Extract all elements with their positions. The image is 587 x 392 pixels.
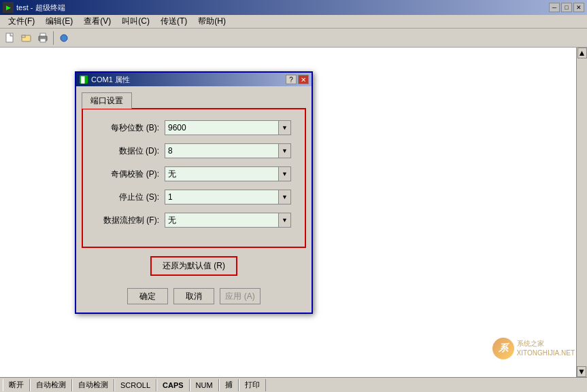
main-window: ▶ test - 超级终端 ─ □ ✕ 文件(F) 编辑(E) 查看(V) 叫叫…: [0, 0, 587, 392]
cancel-button[interactable]: 取消: [173, 288, 214, 304]
restore-default-button[interactable]: 还原为默认值 (R): [150, 256, 237, 276]
parity-value: 无: [165, 168, 278, 180]
dialog-title: COM1 属性: [91, 75, 130, 85]
data-bits-value: 8: [165, 146, 278, 156]
restore-area: 还原为默认值 (R): [82, 256, 306, 276]
flow-control-value: 无: [165, 215, 278, 226]
baud-rate-arrow[interactable]: ▼: [278, 121, 290, 135]
menu-help[interactable]: 帮助(H): [192, 14, 231, 29]
num-status: NUM: [190, 379, 219, 391]
tab-port-settings[interactable]: 端口设置: [82, 92, 132, 109]
menu-bar: 文件(F) 编辑(E) 查看(V) 叫叫(C) 传送(T) 帮助(H): [0, 15, 587, 29]
flow-control-row: 数据流控制 (F): 无 ▼: [97, 213, 291, 228]
data-bits-row: 数据位 (D): 8 ▼: [97, 143, 291, 158]
dialog-title-text: █ COM1 属性: [79, 75, 130, 85]
stop-bits-label: 停止位 (S):: [97, 192, 165, 203]
svg-text:█: █: [80, 76, 85, 84]
dialog-content: 端口设置 每秒位数 (B): 9600 ▼ 数据位 (D):: [76, 86, 312, 313]
stop-bits-value: 1: [165, 192, 278, 202]
auto-detect-2-status: 自动检测: [72, 379, 114, 391]
logo-icon: 系: [492, 338, 514, 359]
menu-view[interactable]: 查看(V): [78, 14, 116, 29]
scroll-status: SCROLL: [114, 379, 156, 391]
dialog-controls: ? ✕: [286, 75, 309, 84]
watermark: 系 系统之家 XITONGHIJIA.NET: [492, 338, 575, 359]
close-button[interactable]: ✕: [573, 3, 584, 12]
capture-status: 捕: [219, 379, 239, 391]
data-bits-select[interactable]: 8 ▼: [165, 143, 291, 158]
svg-point-6: [61, 35, 67, 41]
auto-detect-1-status: 自动检测: [30, 379, 72, 391]
toolbar: [0, 29, 587, 48]
print-button[interactable]: [35, 31, 50, 46]
title-bar-controls: ─ □ ✕: [549, 3, 584, 12]
dialog-title-bar: █ COM1 属性 ? ✕: [76, 73, 312, 86]
window-title: test - 超级终端: [16, 3, 65, 13]
open-button[interactable]: [19, 31, 34, 46]
dialog-icon: █: [79, 75, 88, 84]
baud-rate-select[interactable]: 9600 ▼: [165, 120, 291, 135]
status-bar: 断开 自动检测 自动检测 SCROLL CAPS NUM 捕 打印: [0, 377, 587, 392]
toolbar-separator: [53, 31, 54, 45]
dialog-tabs: 端口设置: [82, 92, 306, 108]
minimize-button[interactable]: ─: [549, 3, 560, 12]
disconnect-status: 断开: [3, 379, 30, 391]
baud-rate-label: 每秒位数 (B):: [97, 122, 165, 134]
app-icon: ▶: [3, 2, 14, 13]
parity-select[interactable]: 无 ▼: [165, 166, 291, 181]
parity-arrow[interactable]: ▼: [278, 167, 290, 181]
form-panel: 每秒位数 (B): 9600 ▼ 数据位 (D): 8 ▼: [82, 108, 306, 248]
menu-edit[interactable]: 编辑(E): [40, 14, 78, 29]
flow-control-arrow[interactable]: ▼: [278, 213, 290, 227]
svg-rect-2: [22, 35, 25, 37]
baud-rate-row: 每秒位数 (B): 9600 ▼: [97, 120, 291, 135]
scrollbar[interactable]: ▲ ▼: [576, 48, 587, 377]
dialog-close-button[interactable]: ✕: [298, 75, 309, 84]
extra-button[interactable]: [56, 31, 71, 46]
com1-dialog: █ COM1 属性 ? ✕ 端口设置 每秒位数 (B):: [75, 71, 313, 314]
stop-bits-row: 停止位 (S): 1 ▼: [97, 190, 291, 204]
parity-row: 奇偶校验 (P): 无 ▼: [97, 166, 291, 181]
svg-rect-4: [40, 33, 46, 36]
print-status: 打印: [239, 379, 266, 391]
new-button[interactable]: [3, 31, 18, 46]
menu-file[interactable]: 文件(F): [3, 14, 40, 29]
dialog-footer: 确定 取消 应用 (A): [82, 283, 306, 307]
ok-button[interactable]: 确定: [127, 288, 168, 304]
logo-text: 系统之家 XITONGHIJIA.NET: [517, 339, 575, 358]
flow-control-select[interactable]: 无 ▼: [165, 213, 291, 228]
caps-status: CAPS: [156, 379, 190, 391]
svg-rect-5: [40, 39, 46, 42]
flow-control-label: 数据流控制 (F):: [97, 215, 165, 226]
maximize-button[interactable]: □: [561, 3, 572, 12]
parity-label: 奇偶校验 (P):: [97, 168, 165, 180]
menu-transfer[interactable]: 传送(T): [155, 14, 192, 29]
stop-bits-select[interactable]: 1 ▼: [165, 190, 291, 204]
title-bar-left: ▶ test - 超级终端: [3, 2, 65, 13]
data-bits-label: 数据位 (D):: [97, 145, 165, 157]
stop-bits-arrow[interactable]: ▼: [278, 190, 290, 204]
apply-button[interactable]: 应用 (A): [220, 288, 261, 304]
title-bar: ▶ test - 超级终端 ─ □ ✕: [0, 0, 587, 15]
content-area: ▲ ▼ █ COM1 属性 ? ✕ 端口设置: [0, 48, 587, 377]
menu-call[interactable]: 叫叫(C): [116, 14, 155, 29]
data-bits-arrow[interactable]: ▼: [278, 144, 290, 158]
dialog-help-button[interactable]: ?: [286, 75, 297, 84]
svg-rect-0: [6, 33, 13, 42]
baud-rate-value: 9600: [165, 123, 278, 132]
